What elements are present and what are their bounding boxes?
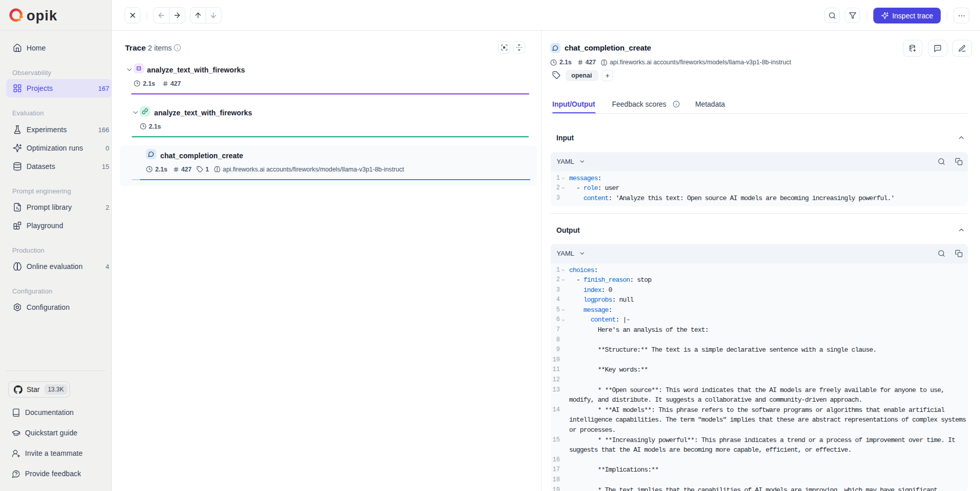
svg-text:opik: opik <box>27 8 58 23</box>
